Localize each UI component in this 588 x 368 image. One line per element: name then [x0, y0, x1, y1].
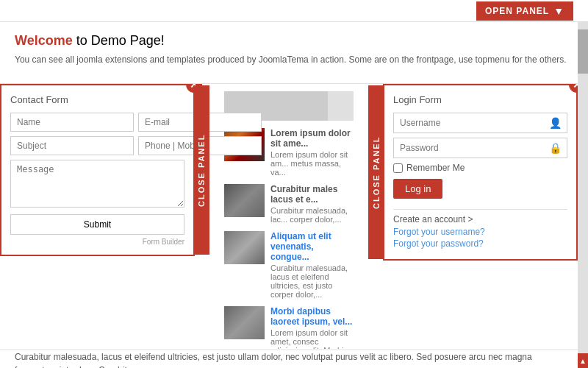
contact-form-title: Contact Form — [10, 94, 184, 105]
news-text: Aliquam ut elit venenatis, congue... Cur… — [270, 231, 354, 299]
login-close-panel-side[interactable]: CLOSE PANEL — [368, 85, 384, 259]
submit-button[interactable]: Submit — [10, 214, 184, 235]
name-email-row — [10, 113, 184, 132]
forgot-password-link[interactable]: Forgot your password? — [393, 238, 567, 249]
news-image — [224, 306, 265, 339]
news-text: Curabitur males lacus et e... Curabitur … — [270, 184, 354, 224]
remember-me-row: Remember Me — [393, 163, 567, 173]
content-area: ✕ CLOSE PANEL Contact Form Submit Form B… — [0, 84, 578, 349]
remember-me-label: Remember Me — [406, 163, 465, 173]
divider — [393, 209, 567, 210]
news-title: Aliquam ut elit venenatis, congue... — [270, 231, 354, 262]
close-icon: ✕ — [573, 84, 578, 90]
login-close-panel-label: CLOSE PANEL — [372, 135, 381, 208]
contact-panel: ✕ CLOSE PANEL Contact Form Submit Form B… — [0, 84, 195, 256]
news-text: Lorem ipsum dolor sit ame... Lorem ipsum… — [270, 128, 354, 177]
remember-me-checkbox[interactable] — [393, 163, 403, 173]
lock-icon: 🔒 — [549, 142, 562, 154]
password-input[interactable] — [393, 138, 567, 158]
name-input[interactable] — [10, 113, 134, 132]
forgot-username-link[interactable]: Forgot your username? — [393, 227, 567, 237]
close-panel-side-label: CLOSE PANEL — [197, 133, 206, 206]
chevron-down-icon: ▼ — [553, 5, 564, 17]
sub-text: You can see all joomla extensions and te… — [15, 54, 573, 65]
create-account-link[interactable]: Create an account > — [393, 214, 567, 224]
list-item: Curabitur males lacus et e... Curabitur … — [224, 184, 354, 224]
login-btn-label: Log in — [405, 183, 431, 194]
login-panel-close-button[interactable]: ✕ — [569, 84, 578, 93]
contact-close-panel-side[interactable]: CLOSE PANEL — [193, 85, 209, 255]
bottom-section: Curabitur malesuada, lacus et eleifend u… — [0, 350, 588, 368]
open-panel-button[interactable]: OPEN PANEL ▼ — [476, 1, 573, 21]
create-account-label: Create an account > — [393, 214, 473, 224]
news-body: Curabitur malesuada, lac... corper dolor… — [270, 206, 354, 224]
bottom-text: Curabitur malesuada, lacus et eleifend u… — [15, 350, 573, 368]
open-panel-label: OPEN PANEL — [485, 6, 549, 16]
login-button[interactable]: Log in — [393, 179, 442, 199]
news-image — [224, 231, 265, 264]
login-panel: ✕ CLOSE PANEL Login Form 👤 🔒 Remember Me… — [383, 84, 578, 261]
news-image — [224, 184, 265, 217]
list-item: Morbi dapibus laoreet ipsum, vel... Lore… — [224, 306, 354, 349]
scroll-up-button[interactable]: ▲ — [578, 353, 588, 368]
news-body: Curabitur malesuada, lacus et eleifend u… — [270, 263, 354, 299]
scrollbar: ▲ — [578, 22, 588, 368]
news-title: Curabitur males lacus et e... — [270, 184, 354, 205]
news-title: Lorem ipsum dolor sit ame... — [270, 128, 354, 149]
news-body: Lorem ipsum dolor sit am... metus massa,… — [270, 150, 354, 177]
submit-label: Submit — [84, 219, 111, 230]
page-header: Welcome to Demo Page! You can see all jo… — [0, 22, 588, 84]
subject-input[interactable] — [10, 136, 134, 155]
welcome-rest: to Demo Page! — [73, 33, 165, 48]
user-icon: 👤 — [549, 117, 562, 129]
subject-phone-row — [10, 136, 184, 155]
news-title: Morbi dapibus laoreet ipsum, vel... — [270, 306, 354, 327]
page-title: Welcome to Demo Page! — [15, 33, 573, 49]
welcome-red: Welcome — [15, 33, 73, 48]
username-wrap: 👤 — [393, 113, 567, 133]
login-form-title: Login Form — [393, 94, 567, 105]
news-text: Morbi dapibus laoreet ipsum, vel... Lore… — [270, 306, 354, 349]
list-item: Aliquam ut elit venenatis, congue... Cur… — [224, 231, 354, 299]
top-bar: OPEN PANEL ▼ — [0, 0, 588, 22]
message-textarea[interactable] — [10, 160, 184, 208]
form-builder-label: Form Builder — [10, 238, 184, 246]
password-wrap: 🔒 — [393, 138, 567, 158]
username-input[interactable] — [393, 113, 567, 133]
scrollbar-thumb[interactable] — [578, 29, 588, 74]
news-body: Lorem ipsum dolor sit amet, consec adipi… — [270, 328, 354, 349]
